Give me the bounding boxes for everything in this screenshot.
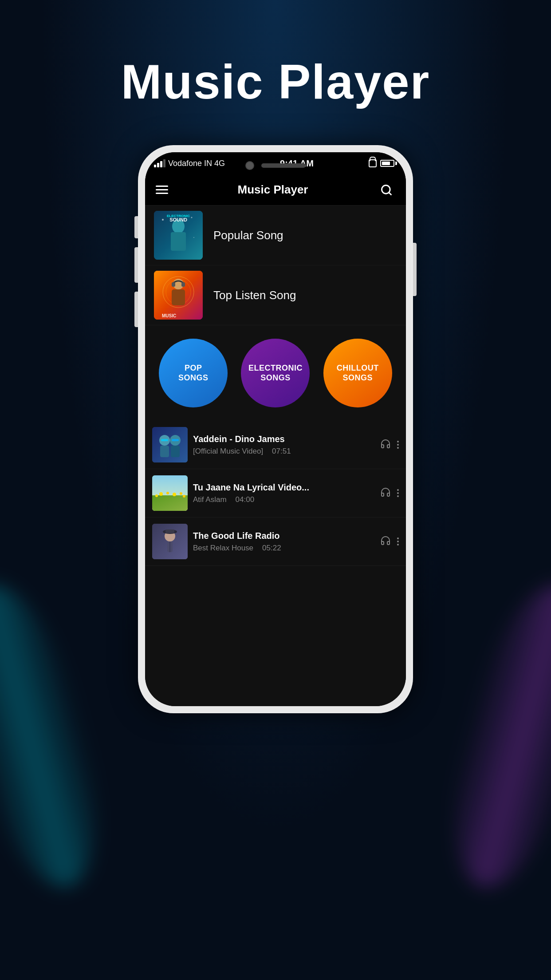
- yaddein-artwork: [152, 427, 188, 462]
- song-subtitle-yaddein: [Official Music Video]: [193, 447, 263, 456]
- hamburger-line-2: [156, 189, 168, 190]
- thumb-goodlife-bg: [152, 524, 188, 559]
- song-thumb-goodlife: [152, 524, 188, 559]
- song-actions-tujaanena: [380, 487, 399, 499]
- signal-bar-1: [154, 165, 156, 167]
- more-dot-1: [397, 489, 399, 491]
- category-item-toplisten[interactable]: MUSIC Top Listen Song: [145, 265, 406, 325]
- headphone-icon-tujaanena: [380, 487, 391, 498]
- svg-line-1: [389, 192, 391, 194]
- battery-tip: [395, 162, 397, 165]
- song-info-tujaanena: Tu Jaane Na Lyrical Video... Atif Aslam …: [193, 482, 375, 504]
- svg-point-29: [173, 493, 176, 496]
- headphone-button-yaddein[interactable]: [380, 439, 391, 451]
- svg-point-6: [191, 217, 193, 218]
- svg-point-31: [155, 494, 158, 497]
- svg-point-27: [159, 492, 163, 496]
- song-title-tujaanena: Tu Jaane Na Lyrical Video...: [193, 482, 375, 493]
- bg-glow-left: [0, 572, 122, 901]
- status-left: Vodafone IN 4G: [154, 159, 225, 168]
- phone-mockup: Vodafone IN 4G 9:41 AM: [138, 145, 413, 713]
- headphone-icon-goodlife: [380, 535, 391, 546]
- song-item-yaddein[interactable]: Yaddein - Dino James [Official Music Vid…: [145, 421, 406, 469]
- more-dot-3: [397, 544, 399, 545]
- genre-pop-line1: POP: [185, 364, 202, 373]
- status-right: [369, 159, 397, 167]
- genre-button-electronic[interactable]: ELECTRONIC SONGS: [241, 339, 310, 407]
- app-header-title: Music Player: [238, 183, 308, 197]
- genre-button-pop[interactable]: POP SONGS: [159, 339, 228, 407]
- svg-point-28: [166, 492, 169, 494]
- song-item-tujaanena[interactable]: Tu Jaane Na Lyrical Video... Atif Aslam …: [145, 469, 406, 518]
- app-header: Music Player: [145, 174, 406, 205]
- battery-indicator: [380, 160, 397, 167]
- song-meta-goodlife: Best Relax House 05:22: [193, 544, 375, 553]
- headphone-button-tujaanena[interactable]: [380, 487, 391, 499]
- song-title-goodlife: The Good Life Radio: [193, 531, 375, 541]
- svg-rect-4: [171, 232, 186, 251]
- signal-bar-2: [157, 163, 159, 167]
- thumb-toplisten-bg: MUSIC: [154, 271, 203, 320]
- goodlife-artwork: [152, 524, 188, 559]
- song-actions-goodlife: [380, 535, 399, 548]
- thumb-tujaanena-bg: [152, 475, 188, 511]
- svg-point-32: [183, 495, 185, 498]
- svg-rect-20: [160, 446, 169, 457]
- phone-button-mute: [134, 216, 138, 238]
- battery-body: [380, 160, 394, 167]
- svg-rect-16: [181, 282, 185, 287]
- song-info-goodlife: The Good Life Radio Best Relax House 05:…: [193, 531, 375, 553]
- song-item-goodlife[interactable]: The Good Life Radio Best Relax House 05:…: [145, 518, 406, 566]
- phone-camera: [245, 161, 254, 170]
- toplisten-song-artwork: MUSIC: [154, 271, 203, 320]
- svg-rect-26: [152, 495, 188, 511]
- more-menu-button-yaddein[interactable]: [397, 441, 399, 449]
- genre-buttons-row: POP SONGS ELECTRONIC SONGS CHILLOUT SONG…: [145, 325, 406, 421]
- genre-button-chillout[interactable]: CHILLOUT SONGS: [323, 339, 392, 407]
- search-button[interactable]: [378, 181, 395, 199]
- song-duration-yaddein: 07:51: [272, 447, 291, 456]
- more-menu-button-tujaanena[interactable]: [397, 489, 399, 497]
- svg-rect-15: [172, 282, 175, 287]
- genre-electronic-line1: ELECTRONIC: [248, 364, 303, 373]
- category-thumb-popular: ELECTRONIC SOUND: [154, 211, 203, 260]
- signal-bar-4: [163, 159, 165, 167]
- headphone-icon-yaddein: [380, 439, 391, 449]
- song-meta-tujaanena: Atif Aslam 04:00: [193, 495, 375, 504]
- headphone-button-goodlife[interactable]: [380, 535, 391, 548]
- svg-rect-14: [172, 289, 185, 305]
- svg-text:MUSIC: MUSIC: [162, 313, 176, 318]
- carrier-name: Vodafone IN 4G: [168, 159, 225, 168]
- app-screen: Vodafone IN 4G 9:41 AM: [145, 152, 406, 706]
- category-thumb-toplisten: MUSIC: [154, 271, 203, 320]
- song-info-yaddein: Yaddein - Dino James [Official Music Vid…: [193, 434, 375, 456]
- page-title: Music Player: [121, 53, 430, 110]
- thumb-popular-bg: ELECTRONIC SOUND: [154, 211, 203, 260]
- svg-point-7: [193, 237, 194, 238]
- song-title-yaddein: Yaddein - Dino James: [193, 434, 375, 444]
- signal-bar-3: [160, 161, 162, 167]
- song-meta-yaddein: [Official Music Video] 07:51: [193, 447, 375, 456]
- phone-button-volume-up: [134, 247, 138, 283]
- category-item-popular[interactable]: ELECTRONIC SOUND Popular Song: [145, 205, 406, 265]
- lock-icon: [369, 159, 377, 167]
- svg-text:SOUND: SOUND: [169, 217, 187, 222]
- song-duration-goodlife: 05:22: [262, 544, 281, 553]
- svg-point-5: [162, 219, 164, 221]
- hamburger-line-3: [156, 193, 168, 194]
- svg-rect-21: [161, 439, 168, 441]
- svg-rect-23: [171, 446, 180, 457]
- category-label-popular: Popular Song: [213, 229, 283, 242]
- more-dot-3: [397, 495, 399, 497]
- hamburger-menu-button[interactable]: [156, 186, 168, 194]
- song-artist-tujaanena: Atif Aslam: [193, 495, 227, 504]
- more-menu-button-goodlife[interactable]: [397, 537, 399, 545]
- category-label-toplisten: Top Listen Song: [213, 288, 296, 302]
- phone-screen: Vodafone IN 4G 9:41 AM: [145, 152, 406, 706]
- svg-point-30: [180, 492, 182, 495]
- svg-rect-18: [152, 427, 188, 462]
- svg-rect-24: [172, 439, 179, 441]
- svg-rect-36: [165, 530, 174, 533]
- phone-button-volume-down: [134, 292, 138, 327]
- song-actions-yaddein: [380, 439, 399, 451]
